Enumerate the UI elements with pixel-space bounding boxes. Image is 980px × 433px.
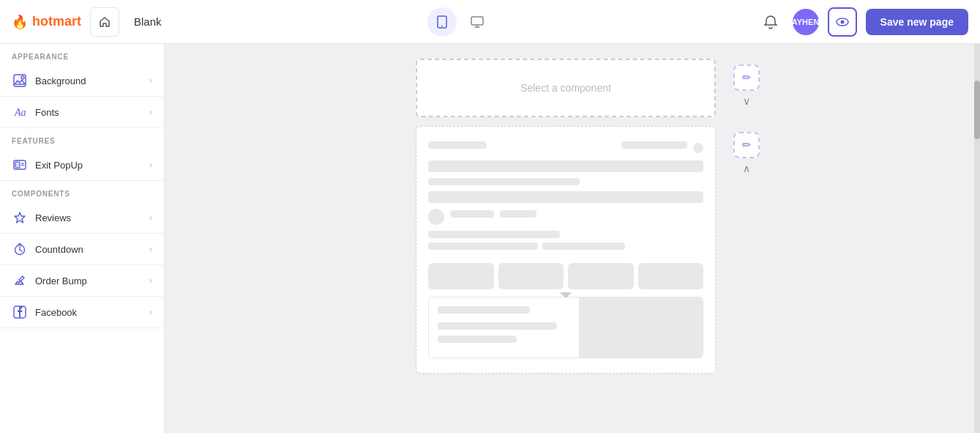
reviews-chevron: › <box>149 212 152 223</box>
home-icon <box>99 16 111 28</box>
edit-pencil-icon-1: ✏ <box>742 71 752 84</box>
background-icon <box>12 73 28 89</box>
desktop-device-button[interactable] <box>463 7 492 37</box>
svg-rect-2 <box>471 17 483 25</box>
skel-lower-2 <box>438 322 557 330</box>
features-section-label: FEATURES <box>0 128 164 149</box>
skel-header-right <box>621 141 687 149</box>
background-chevron: › <box>149 75 152 86</box>
skel-bar-3 <box>428 191 703 203</box>
skel-circle <box>428 209 444 225</box>
skel-inline-1 <box>450 210 494 218</box>
appearance-section-label: APPEARANCE <box>0 44 164 65</box>
expand-button-2[interactable]: ∧ <box>743 163 750 174</box>
logo-flame: 🔥 <box>12 14 28 30</box>
fold-mark <box>560 292 572 298</box>
components-section-label: COMPONENTS <box>0 181 164 202</box>
countdown-icon <box>12 241 28 257</box>
skel-row-with-circle <box>428 209 703 225</box>
lower-left <box>429 297 580 358</box>
skel-btn-row <box>428 263 703 289</box>
reviews-icon <box>12 210 28 226</box>
reviews-label: Reviews <box>35 212 71 223</box>
exit-popup-icon <box>12 157 28 173</box>
canvas-scrollbar-thumb[interactable] <box>974 81 980 139</box>
notifications-button[interactable] <box>758 9 784 35</box>
topbar-center <box>427 7 492 37</box>
canvas-scrollbar[interactable] <box>974 44 980 433</box>
svg-point-5 <box>21 76 24 79</box>
sidebar-item-facebook[interactable]: Facebook › <box>0 297 164 328</box>
placeholder-text: Select a component <box>520 82 611 94</box>
sidebar-item-order-bump[interactable]: Order Bump › <box>0 265 164 297</box>
sidebar-item-background[interactable]: Background › <box>0 65 164 97</box>
main-area: APPEARANCE Background › Aa <box>0 44 980 433</box>
skel-btn-1 <box>428 263 494 289</box>
order-bump-chevron: › <box>149 275 152 286</box>
sidebar-item-exit-popup[interactable]: Exit PopUp › <box>0 149 164 181</box>
skel-dot <box>693 143 703 153</box>
preview-button[interactable] <box>828 7 857 37</box>
select-component-placeholder: Select a component <box>416 59 716 117</box>
facebook-chevron: › <box>149 307 152 317</box>
canvas-area: Select a component ✏ ∨ <box>165 44 974 433</box>
bell-icon <box>764 15 777 29</box>
logo: 🔥 hotmart <box>12 14 81 30</box>
mobile-icon <box>436 15 448 29</box>
svg-line-15 <box>20 250 22 251</box>
skel-bar-2 <box>428 178 580 185</box>
sidebar: APPEARANCE Background › Aa <box>0 44 165 433</box>
edit-float-2: ✏ ∧ <box>733 132 760 174</box>
topbar: 🔥 hotmart Blank <box>0 0 980 44</box>
sidebar-item-fonts[interactable]: Aa Fonts › <box>0 97 164 128</box>
edit-float-1: ✏ ∨ <box>733 64 760 107</box>
save-new-page-button[interactable]: Save new page <box>866 9 968 35</box>
chevron-down-icon-1: ∨ <box>743 95 750 107</box>
lower-right <box>580 297 703 358</box>
lower-section <box>428 297 703 358</box>
topbar-right: AYHEN Save new page <box>758 7 968 37</box>
exit-popup-chevron: › <box>149 160 152 170</box>
sidebar-item-countdown[interactable]: Countdown › <box>0 234 164 265</box>
edit-button-2[interactable]: ✏ <box>733 132 760 158</box>
desktop-icon <box>471 16 484 28</box>
edit-pencil-icon-2: ✏ <box>742 138 752 152</box>
avatar[interactable]: AYHEN <box>793 9 819 35</box>
page-title: Blank <box>134 15 162 28</box>
card-header-row <box>428 141 703 155</box>
placeholder-block-wrapper: Select a component ✏ ∨ <box>416 59 723 117</box>
eye-icon <box>836 18 849 26</box>
skel-lower-3 <box>438 336 517 343</box>
order-bump-icon <box>12 273 28 289</box>
skel-btn-4 <box>638 263 704 289</box>
svg-point-4 <box>840 20 844 23</box>
sidebar-item-reviews[interactable]: Reviews › <box>0 202 164 234</box>
order-bump-label: Order Bump <box>35 275 87 286</box>
fonts-label: Fonts <box>35 107 59 118</box>
exit-popup-label: Exit PopUp <box>35 160 83 171</box>
home-tab-button[interactable] <box>90 7 119 37</box>
content-card <box>416 126 716 374</box>
skel-btn-3 <box>568 263 634 289</box>
fonts-icon: Aa <box>12 104 28 120</box>
countdown-label: Countdown <box>35 244 83 255</box>
skel-header-left <box>428 141 487 149</box>
mobile-device-button[interactable] <box>427 7 457 37</box>
facebook-icon <box>12 304 28 320</box>
skel-mini-1 <box>428 243 538 250</box>
svg-marker-12 <box>15 212 25 223</box>
edit-button-1[interactable]: ✏ <box>733 64 760 91</box>
collapse-button-1[interactable]: ∨ <box>743 95 750 107</box>
chevron-up-icon: ∧ <box>743 163 750 174</box>
topbar-left: 🔥 hotmart Blank <box>12 7 162 37</box>
fonts-chevron: › <box>149 107 152 117</box>
svg-text:Aa: Aa <box>14 107 26 118</box>
background-label: Background <box>35 75 86 86</box>
skel-bar-1 <box>428 160 703 172</box>
skel-lower-1 <box>438 306 530 314</box>
facebook-label: Facebook <box>35 307 77 318</box>
skel-mini-2 <box>542 243 625 250</box>
content-card-wrapper: ✏ ∧ <box>416 126 723 374</box>
countdown-chevron: › <box>149 244 152 254</box>
svg-point-1 <box>441 25 443 26</box>
